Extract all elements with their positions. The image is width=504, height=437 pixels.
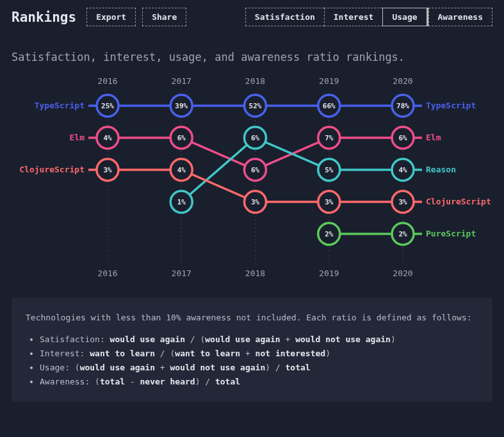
svg-text:52%: 52% — [249, 102, 262, 110]
svg-text:2016: 2016 — [97, 268, 117, 278]
svg-text:6%: 6% — [398, 134, 407, 142]
svg-text:4%: 4% — [177, 166, 186, 174]
svg-text:25%: 25% — [101, 102, 114, 110]
svg-text:66%: 66% — [323, 102, 336, 110]
definition-item: Usage: (would use again + would not use … — [40, 361, 478, 375]
svg-text:TypeScript: TypeScript — [35, 101, 85, 110]
metric-tabs: SatisfactionInterestUsageAwareness — [245, 8, 492, 26]
page-title: Rankings — [12, 10, 76, 25]
svg-text:2019: 2019 — [319, 268, 339, 278]
svg-text:2017: 2017 — [172, 268, 191, 278]
tab-usage[interactable]: Usage — [382, 8, 428, 26]
svg-text:2020: 2020 — [393, 76, 412, 86]
svg-text:2020: 2020 — [393, 268, 412, 278]
svg-text:2018: 2018 — [245, 268, 265, 278]
header: Rankings Export Share SatisfactionIntere… — [0, 0, 504, 33]
definition-item: Awareness: (total - never heard) / total — [40, 375, 478, 389]
svg-text:39%: 39% — [175, 102, 188, 110]
share-button[interactable]: Share — [142, 8, 186, 26]
tab-satisfaction[interactable]: Satisfaction — [245, 8, 324, 26]
svg-text:6%: 6% — [177, 134, 186, 142]
definitions-intro: Technologies with less than 10% awarenes… — [26, 311, 478, 325]
svg-text:2%: 2% — [398, 230, 407, 238]
svg-text:5%: 5% — [325, 166, 334, 174]
svg-text:4%: 4% — [103, 134, 112, 142]
svg-text:Elm: Elm — [70, 133, 85, 142]
svg-text:2018: 2018 — [245, 76, 265, 86]
svg-text:2019: 2019 — [319, 76, 339, 86]
tab-awareness[interactable]: Awareness — [428, 8, 492, 26]
definitions-box: Technologies with less than 10% awarenes… — [12, 298, 492, 402]
svg-text:3%: 3% — [398, 198, 407, 206]
definitions-list: Satisfaction: would use again / (would u… — [40, 333, 478, 389]
svg-text:78%: 78% — [396, 102, 409, 110]
svg-text:PureScript: PureScript — [426, 229, 476, 238]
svg-text:TypeScript: TypeScript — [426, 101, 476, 110]
svg-text:2017: 2017 — [172, 76, 191, 86]
svg-text:3%: 3% — [251, 198, 260, 206]
svg-text:ClojureScript: ClojureScript — [426, 197, 491, 206]
svg-text:Elm: Elm — [426, 133, 441, 142]
svg-text:6%: 6% — [251, 134, 260, 142]
definition-item: Satisfaction: would use again / (would u… — [40, 333, 478, 347]
svg-text:4%: 4% — [398, 166, 407, 174]
export-button[interactable]: Export — [86, 8, 136, 26]
svg-text:6%: 6% — [251, 166, 260, 174]
svg-text:Reason: Reason — [426, 165, 456, 174]
svg-text:1%: 1% — [177, 198, 186, 206]
svg-text:3%: 3% — [325, 198, 334, 206]
tab-interest[interactable]: Interest — [324, 8, 383, 26]
svg-text:2%: 2% — [325, 230, 334, 238]
svg-text:7%: 7% — [325, 134, 334, 142]
subtitle-text: Satisfaction, interest, usage, and aware… — [0, 33, 504, 75]
svg-text:3%: 3% — [103, 166, 112, 174]
rankings-chart: 2016201720182019202020162017201820192020… — [0, 75, 504, 280]
svg-text:2016: 2016 — [97, 76, 117, 86]
svg-text:ClojureScript: ClojureScript — [19, 165, 85, 174]
definition-item: Interest: want to learn / (want to learn… — [40, 347, 478, 361]
